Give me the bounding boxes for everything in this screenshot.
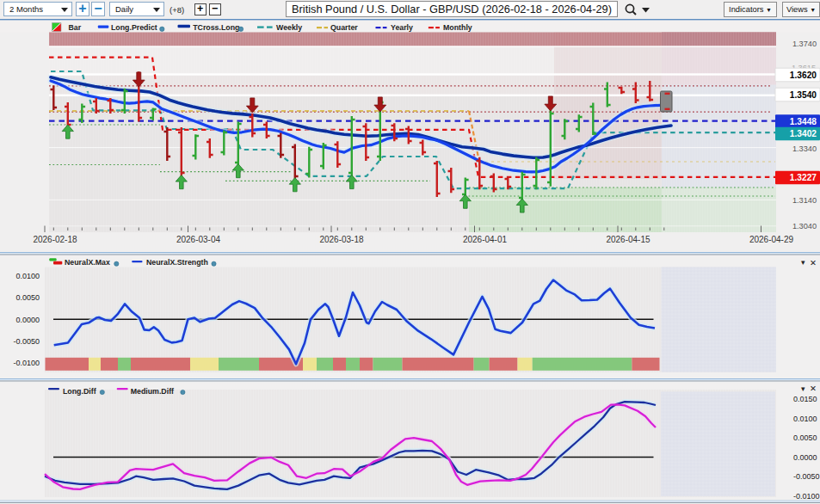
svg-text:Long.Predict: Long.Predict bbox=[111, 23, 157, 32]
svg-text:✕: ✕ bbox=[810, 258, 817, 267]
svg-text:1.3620: 1.3620 bbox=[790, 71, 817, 80]
svg-text:2026-02-18: 2026-02-18 bbox=[33, 235, 77, 244]
svg-text:0.0100: 0.0100 bbox=[15, 272, 40, 280]
svg-text:-0.0050: -0.0050 bbox=[793, 472, 820, 481]
svg-text:Monthly: Monthly bbox=[443, 23, 472, 32]
svg-text:0.0050: 0.0050 bbox=[793, 433, 817, 442]
svg-text:Medium.Diff: Medium.Diff bbox=[131, 387, 174, 396]
svg-text:2026-04-01: 2026-04-01 bbox=[463, 235, 508, 244]
svg-text:0.0050: 0.0050 bbox=[15, 293, 40, 302]
svg-text:2026-04-15: 2026-04-15 bbox=[606, 235, 650, 244]
svg-text:-0.0100: -0.0100 bbox=[13, 359, 40, 367]
svg-text:0.0000: 0.0000 bbox=[793, 453, 817, 462]
svg-text:1.3340: 1.3340 bbox=[792, 144, 817, 153]
svg-text:Long.Diff: Long.Diff bbox=[63, 387, 96, 396]
svg-text:1.3448: 1.3448 bbox=[790, 117, 817, 126]
svg-text:0.0150: 0.0150 bbox=[793, 395, 817, 403]
svg-text:1.3740: 1.3740 bbox=[792, 40, 817, 48]
svg-text:NeuralX.Max: NeuralX.Max bbox=[65, 258, 110, 267]
svg-text:NeuralX.Strength: NeuralX.Strength bbox=[146, 258, 208, 267]
svg-text:Bar: Bar bbox=[68, 23, 81, 32]
svg-text:2026-04-29: 2026-04-29 bbox=[749, 235, 794, 244]
svg-text:1.3140: 1.3140 bbox=[792, 196, 817, 205]
svg-text:▾: ▾ bbox=[801, 258, 805, 267]
svg-text:0.0100: 0.0100 bbox=[793, 415, 817, 423]
svg-text:2026-03-18: 2026-03-18 bbox=[319, 235, 364, 244]
svg-text:Yearly: Yearly bbox=[391, 23, 413, 32]
svg-text:0.0000: 0.0000 bbox=[15, 316, 40, 324]
svg-text:1.3540: 1.3540 bbox=[790, 90, 817, 100]
svg-text:TCross.Long: TCross.Long bbox=[193, 23, 239, 32]
svg-text:2026-03-04: 2026-03-04 bbox=[176, 235, 221, 244]
svg-text:Quarter: Quarter bbox=[330, 23, 358, 32]
svg-text:1.3402: 1.3402 bbox=[790, 129, 817, 138]
svg-text:1.3227: 1.3227 bbox=[790, 173, 817, 182]
svg-text:-0.0050: -0.0050 bbox=[13, 337, 40, 346]
svg-text:-0.0100: -0.0100 bbox=[793, 492, 820, 501]
svg-text:▾: ▾ bbox=[801, 384, 805, 393]
svg-text:1.3040: 1.3040 bbox=[792, 222, 817, 230]
svg-text:Weekly: Weekly bbox=[276, 23, 302, 32]
svg-text:✕: ✕ bbox=[810, 384, 817, 393]
